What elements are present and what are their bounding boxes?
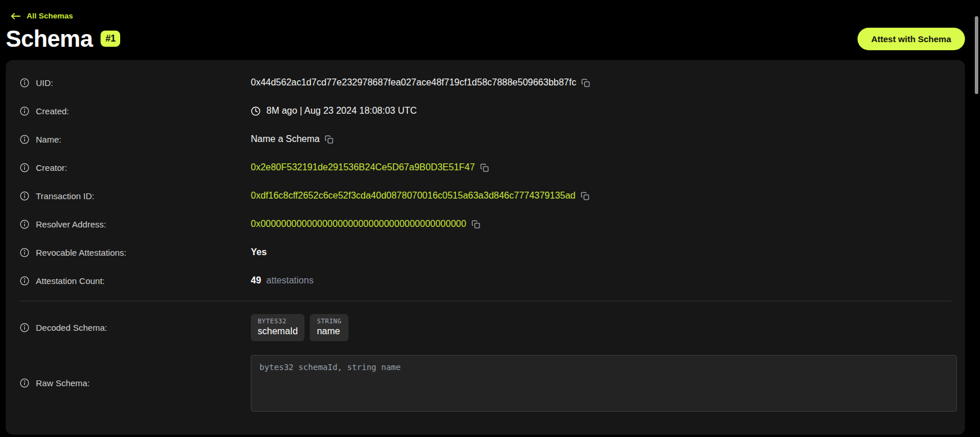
raw-schema-textarea[interactable]: bytes32 schemaId, string name xyxy=(251,355,957,412)
clock-icon xyxy=(251,106,261,116)
row-label: Decoded Schema: xyxy=(20,323,251,333)
schema-number-badge: #1 xyxy=(101,31,120,46)
created-value: 8M ago | Aug 23 2024 18:08:03 UTC xyxy=(266,106,417,116)
back-arrow-icon xyxy=(10,12,21,20)
row-label: Name: xyxy=(20,135,251,144)
title-group: Schema #1 xyxy=(6,26,120,52)
row-label: Revocable Attestations: xyxy=(20,248,251,257)
field-name: schemaId xyxy=(258,326,298,337)
detail-row-name: Name: Name a Schema xyxy=(6,125,965,154)
info-icon xyxy=(20,135,29,144)
row-value: Yes xyxy=(251,247,965,257)
copy-icon[interactable] xyxy=(480,163,489,172)
transaction-id-label: Transaction ID: xyxy=(36,191,94,201)
row-value: 8M ago | Aug 23 2024 18:08:03 UTC xyxy=(251,106,965,116)
uid-value: 0x44d562ac1d7cd77e232978687fea027ace48f7… xyxy=(251,77,576,88)
page-title: Schema xyxy=(6,26,92,52)
back-link-label: All Schemas xyxy=(27,12,73,20)
copy-icon[interactable] xyxy=(581,192,589,200)
attestation-count-value: 49 xyxy=(251,275,261,286)
scrollbar-thumb[interactable] xyxy=(975,16,978,94)
transaction-id-link[interactable]: 0xdf16c8cff2652c6ce52f3cda40d0878070016c… xyxy=(251,191,576,201)
row-label: Resolver Address: xyxy=(20,219,251,229)
attest-with-schema-button[interactable]: Attest with Schema xyxy=(858,28,965,50)
resolver-address-label: Resolver Address: xyxy=(36,219,106,229)
created-label: Created: xyxy=(36,106,69,116)
back-to-all-schemas-link[interactable]: All Schemas xyxy=(10,12,73,20)
decoded-schema-fields: BYTES32 schemaId STRING name xyxy=(251,314,965,341)
detail-row-revocable: Revocable Attestations: Yes xyxy=(6,238,965,267)
detail-row-transaction-id: Transaction ID: 0xdf16c8cff2652c6ce52f3c… xyxy=(6,182,965,210)
raw-schema-row: Raw Schema: bytes32 schemaId, string nam… xyxy=(6,355,965,412)
info-icon xyxy=(20,78,29,88)
raw-schema-label: Raw Schema: xyxy=(36,378,90,388)
page-content: All Schemas Schema #1 Attest with Schema… xyxy=(6,0,965,435)
attestation-count-label: Attestation Count: xyxy=(36,276,105,286)
copy-icon[interactable] xyxy=(472,220,480,229)
row-value: Name a Schema xyxy=(251,134,965,144)
decoded-schema-label: Decoded Schema: xyxy=(36,323,107,333)
row-label: Attestation Count: xyxy=(20,276,251,286)
row-value: 0x2e80F532191de291536B24Ce5D67a9B0D3E51F… xyxy=(251,162,965,173)
info-icon xyxy=(20,248,29,257)
schema-field-tag: STRING name xyxy=(310,314,348,341)
detail-row-resolver-address: Resolver Address: 0x00000000000000000000… xyxy=(6,210,965,238)
info-icon xyxy=(20,276,29,286)
detail-row-creator: Creator: 0x2e80F532191de291536B24Ce5D67a… xyxy=(6,154,965,182)
creator-label: Creator: xyxy=(36,163,67,173)
schema-details-panel: UID: 0x44d562ac1d7cd77e232978687fea027ac… xyxy=(6,60,965,435)
resolver-address-link[interactable]: 0x00000000000000000000000000000000000000… xyxy=(251,219,466,229)
info-icon xyxy=(20,378,29,388)
info-icon xyxy=(20,323,29,333)
uid-label: UID: xyxy=(36,78,53,88)
detail-row-uid: UID: 0x44d562ac1d7cd77e232978687fea027ac… xyxy=(6,69,965,97)
schema-name-value: Name a Schema xyxy=(251,134,320,144)
row-value: 49 attestations xyxy=(251,275,965,286)
row-label: Creator: xyxy=(20,163,251,173)
copy-icon[interactable] xyxy=(325,135,333,144)
schema-field-tag: BYTES32 schemaId xyxy=(251,314,305,341)
field-name: name xyxy=(317,326,341,337)
detail-row-created: Created: 8M ago | Aug 23 2024 18:08:03 U… xyxy=(6,97,965,125)
info-icon xyxy=(20,163,29,173)
row-label: Transaction ID: xyxy=(20,191,251,201)
info-icon xyxy=(20,191,29,201)
field-type: STRING xyxy=(317,318,341,325)
section-divider xyxy=(20,301,951,301)
info-icon xyxy=(20,106,29,116)
row-value: 0x00000000000000000000000000000000000000… xyxy=(251,219,965,229)
row-label: Raw Schema: xyxy=(20,378,251,388)
revocable-label: Revocable Attestations: xyxy=(36,248,127,257)
row-value: 0xdf16c8cff2652c6ce52f3cda40d0878070016c… xyxy=(251,191,965,201)
attestations-link[interactable]: attestations xyxy=(266,275,314,286)
field-type: BYTES32 xyxy=(258,318,298,325)
decoded-schema-row: Decoded Schema: BYTES32 schemaId STRING … xyxy=(6,314,965,341)
revocable-value: Yes xyxy=(251,247,267,257)
detail-row-attestation-count: Attestation Count: 49 attestations xyxy=(6,267,965,295)
row-value: 0x44d562ac1d7cd77e232978687fea027ace48f7… xyxy=(251,77,965,88)
creator-address-link[interactable]: 0x2e80F532191de291536B24Ce5D67a9B0D3E51F… xyxy=(251,162,475,173)
row-label: UID: xyxy=(20,78,251,88)
row-label: Created: xyxy=(20,106,251,116)
copy-icon[interactable] xyxy=(581,79,590,87)
info-icon xyxy=(20,219,29,229)
title-row: Schema #1 Attest with Schema xyxy=(6,26,965,52)
name-label: Name: xyxy=(36,135,61,144)
